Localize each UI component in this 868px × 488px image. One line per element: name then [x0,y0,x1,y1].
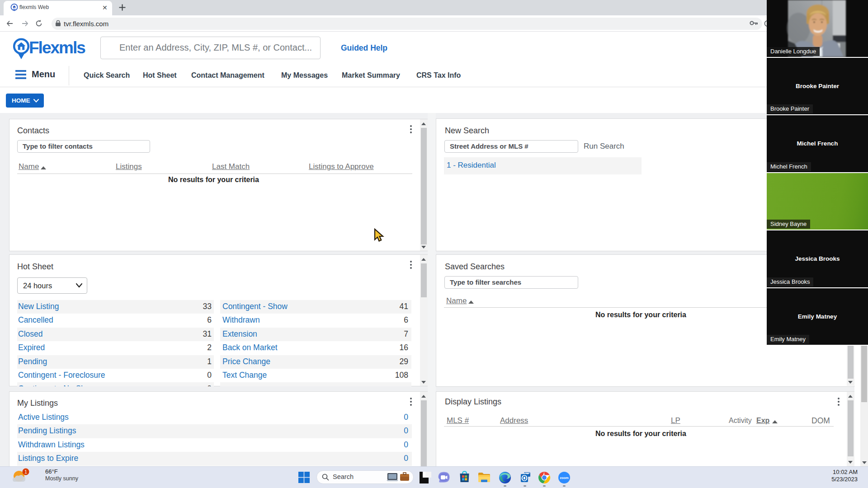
svg-text:1: 1 [24,469,27,474]
svg-text:zoom: zoom [560,476,569,480]
